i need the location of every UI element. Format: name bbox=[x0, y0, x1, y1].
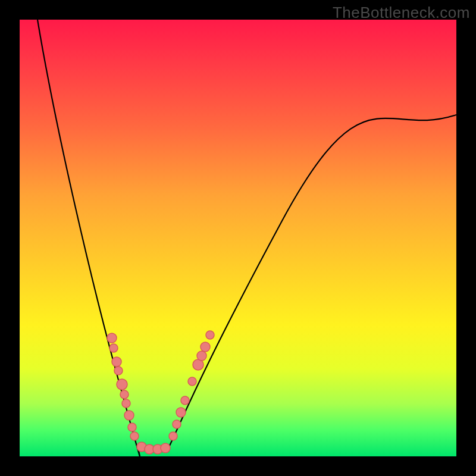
data-dot bbox=[173, 420, 181, 428]
data-dot bbox=[128, 423, 136, 431]
data-dots bbox=[107, 331, 214, 454]
plot-area bbox=[20, 20, 456, 456]
curve-overlay bbox=[20, 20, 456, 456]
data-dot bbox=[130, 432, 139, 440]
data-dot bbox=[176, 408, 186, 417]
data-dot bbox=[117, 379, 127, 390]
chart-container: TheBottleneck.com bbox=[0, 0, 476, 476]
data-dot bbox=[201, 342, 210, 352]
data-dot bbox=[169, 432, 177, 440]
data-dot bbox=[109, 344, 118, 352]
data-dot bbox=[206, 331, 214, 339]
data-dot bbox=[107, 333, 117, 343]
data-dot bbox=[122, 399, 130, 408]
data-dot bbox=[124, 411, 134, 420]
data-dot bbox=[161, 443, 170, 453]
watermark-text: TheBottleneck.com bbox=[333, 4, 470, 22]
data-dot bbox=[197, 351, 206, 361]
data-dot bbox=[181, 396, 189, 405]
bottleneck-curve bbox=[37, 20, 456, 456]
data-dot bbox=[120, 390, 129, 399]
data-dot bbox=[112, 357, 121, 367]
data-dot bbox=[188, 377, 196, 386]
data-dot bbox=[114, 367, 123, 375]
